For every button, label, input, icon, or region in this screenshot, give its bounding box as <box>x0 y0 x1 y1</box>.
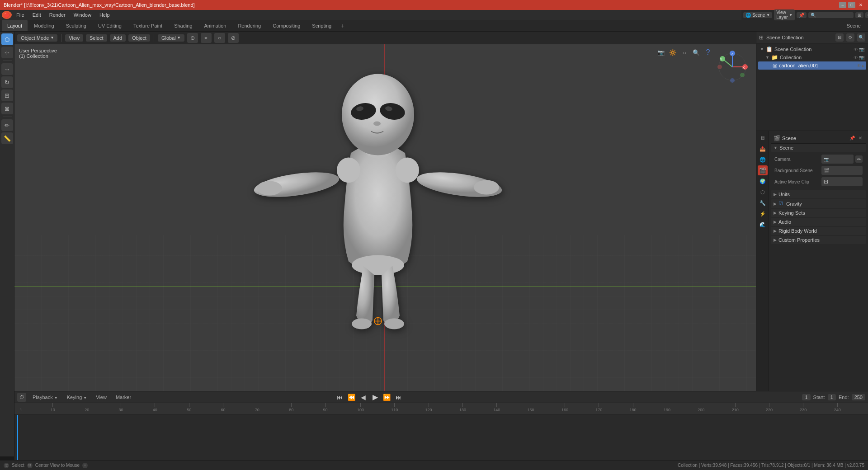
transform-tool-button[interactable]: ⊠ <box>1 103 13 114</box>
pivot-point-button[interactable]: ⊙ <box>187 33 198 43</box>
navigation-gizmo[interactable]: X Y Z <box>714 49 750 85</box>
select-tool-button[interactable]: ⬡ <box>1 33 13 45</box>
tab-compositing[interactable]: Compositing <box>267 20 306 31</box>
add-menu-button[interactable]: Add <box>110 34 126 42</box>
search-input[interactable] <box>808 12 854 18</box>
scene-props-button[interactable]: 🎬 <box>758 165 768 175</box>
particle-props-button[interactable]: ⚡ <box>758 209 768 219</box>
tab-sculpting[interactable]: Sculpting <box>61 20 92 31</box>
viewport-help-icon[interactable]: ? <box>703 48 712 57</box>
alien-visibility-icon[interactable]: 👁 <box>857 63 861 68</box>
next-keyframe-button[interactable]: ⏩ <box>382 392 392 402</box>
measure-tool-button[interactable]: 📏 <box>1 132 13 144</box>
global-orientation-button[interactable]: Global ▼ <box>158 34 184 42</box>
tab-rendering[interactable]: Rendering <box>232 20 266 31</box>
maximize-button[interactable]: □ <box>848 2 855 8</box>
tab-uv-editing[interactable]: UV Editing <box>93 20 127 31</box>
collection-render-icon[interactable]: 📷 <box>859 55 864 60</box>
menu-render[interactable]: Render <box>46 11 69 19</box>
outliner-sync-button[interactable]: ⟳ <box>846 33 854 42</box>
pin-button[interactable]: 📌 <box>797 12 807 18</box>
object-props-button[interactable]: ⬡ <box>758 187 768 197</box>
object-mode-button[interactable]: Object Mode ▼ <box>17 34 57 42</box>
view-layer-props-button[interactable]: 🌐 <box>758 155 768 164</box>
object-menu-button[interactable]: Object <box>128 34 150 42</box>
modifier-props-button[interactable]: 🔧 <box>758 198 768 208</box>
visibility-icon[interactable]: 👁 <box>854 47 858 52</box>
menu-file[interactable]: File <box>13 11 28 19</box>
view-menu-button-2[interactable]: View <box>93 394 109 401</box>
current-frame-display[interactable]: 1 <box>802 394 810 400</box>
output-props-button[interactable]: 📤 <box>758 144 768 154</box>
tab-modeling[interactable]: Modeling <box>28 20 60 31</box>
alien-render-icon[interactable]: ▸ <box>862 63 864 68</box>
3d-viewport[interactable]: User Perspective (1) Collection 📷 🔆 ↔ 🔍 … <box>14 44 756 391</box>
props-close-button[interactable]: ✕ <box>857 135 863 141</box>
menu-edit[interactable]: Edit <box>29 11 45 19</box>
tree-item-collection[interactable]: ▼ 📁 Collection 👁 📷 <box>758 53 866 61</box>
snap-button[interactable]: ⌖ <box>201 33 212 43</box>
move-tool-button[interactable]: ↔ <box>1 63 13 75</box>
tree-item-alien[interactable]: ◎ cartoon_alien.001 👁 ▸ <box>758 61 866 70</box>
start-frame-input[interactable]: 1 <box>828 394 836 400</box>
scene-selector[interactable]: 🌐 Scene ▼ <box>743 12 772 18</box>
rotate-tool-button[interactable]: ↻ <box>1 76 13 88</box>
timeline-editor-icon[interactable]: ⏱ <box>17 393 26 402</box>
camera-edit-button[interactable]: ✏ <box>855 155 863 163</box>
units-section-header[interactable]: ▶ Units <box>771 190 866 198</box>
viewport-render-icon[interactable]: 🔆 <box>668 48 677 57</box>
close-button[interactable]: ✕ <box>857 2 864 8</box>
collection-visibility-icon[interactable]: 👁 <box>854 55 858 60</box>
render-visibility-icon[interactable]: 📷 <box>859 47 864 52</box>
filter-button[interactable]: ⊞ <box>855 12 863 18</box>
tab-scripting[interactable]: Scripting <box>307 20 337 31</box>
outliner-filter-button[interactable]: ⊟ <box>835 33 844 42</box>
viewport-search-icon[interactable]: 🔍 <box>692 48 701 57</box>
render-props-button[interactable]: 🖥 <box>758 133 768 143</box>
play-forwards-button[interactable]: ▶ <box>370 392 380 402</box>
camera-field-value[interactable]: 📷 <box>821 155 854 164</box>
select-menu-button[interactable]: Select <box>86 34 107 42</box>
scale-tool-button[interactable]: ⊞ <box>1 89 13 101</box>
menu-help[interactable]: Help <box>96 11 113 19</box>
keying-menu-button[interactable]: Keying ▼ <box>64 394 90 401</box>
jump-to-end-button[interactable]: ⏭ <box>394 392 404 402</box>
filter-button-2[interactable]: ⊘ <box>228 33 239 43</box>
audio-section-header[interactable]: ▶ Audio <box>771 218 866 226</box>
play-backwards-button[interactable]: ◀ <box>359 392 368 402</box>
view-layer-selector[interactable]: View Layer ▼ <box>774 9 795 20</box>
active-movie-clip-value[interactable]: 🎞 <box>821 177 863 186</box>
end-frame-input[interactable]: 250 <box>852 394 865 400</box>
cursor-tool-button[interactable]: ⊹ <box>1 47 13 58</box>
proportional-edit-button[interactable]: ○ <box>214 33 225 43</box>
blender-logo-button[interactable]: 🔴 <box>2 11 12 19</box>
tab-shading[interactable]: Shading <box>169 20 198 31</box>
rigid-body-world-section-header[interactable]: ▶ Rigid Body World <box>771 227 866 235</box>
jump-to-start-button[interactable]: ⏮ <box>335 392 345 402</box>
playback-menu-button[interactable]: Playback ▼ <box>30 394 61 401</box>
annotate-tool-button[interactable]: ✏ <box>1 119 13 131</box>
physics-props-button[interactable]: 🌊 <box>758 220 768 230</box>
prev-keyframe-button[interactable]: ⏪ <box>347 392 357 402</box>
menu-window[interactable]: Window <box>70 11 95 19</box>
tab-texture-paint[interactable]: Texture Paint <box>128 20 168 31</box>
viewport-overlay-icon[interactable]: ↔ <box>680 48 689 57</box>
tab-layout[interactable]: Layout <box>2 20 28 31</box>
custom-properties-section-header[interactable]: ▶ Custom Properties <box>771 236 866 244</box>
marker-menu-button[interactable]: Marker <box>113 394 134 401</box>
scene-section-header[interactable]: ▼ Scene <box>771 144 866 152</box>
view-menu-button[interactable]: View <box>65 34 83 42</box>
outliner-search-button[interactable]: 🔍 <box>857 33 865 42</box>
gravity-checkbox-icon[interactable]: ☑ <box>778 201 783 207</box>
props-pin-button[interactable]: 📌 <box>849 135 855 141</box>
tab-animation[interactable]: Animation <box>199 20 232 31</box>
gravity-section-header[interactable]: ▶ ☑ Gravity <box>771 199 866 208</box>
sync-button[interactable]: ⟳ <box>865 12 868 18</box>
world-props-button[interactable]: 🌍 <box>758 176 768 186</box>
tree-item-scene-collection[interactable]: ▼ 📋 Scene Collection 👁 📷 <box>758 45 866 53</box>
keying-sets-section-header[interactable]: ▶ Keying Sets <box>771 209 866 217</box>
background-scene-value[interactable]: 🎬 <box>821 166 863 175</box>
viewport-camera-icon[interactable]: 📷 <box>656 48 665 57</box>
add-workspace-button[interactable]: + <box>338 20 348 31</box>
minimize-button[interactable]: – <box>839 2 846 8</box>
